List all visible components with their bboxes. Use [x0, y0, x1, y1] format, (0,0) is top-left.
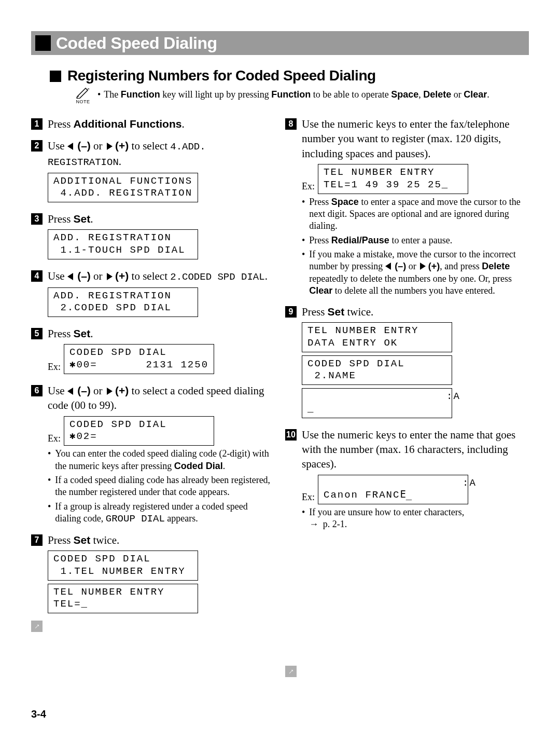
subsection-heading: Registering Numbers for Coded Speed Dial… [50, 67, 529, 84]
step-number: 1 [31, 118, 43, 130]
triangle-right-icon [107, 273, 113, 280]
continue-arrow-icon: → [285, 666, 297, 677]
lcd-display: CODED SPD DIAL 2.NAME [302, 355, 452, 386]
right-column: 8 Use the numeric keys to enter the fax/… [285, 109, 529, 677]
step-2: 2 Use (–) or (+) to select 4.ADD. REGIST… [31, 139, 275, 204]
step-6: 6 Use (–) or (+) to select a coded speed… [31, 383, 275, 526]
example-label: Ex: [302, 180, 315, 192]
triangle-left-icon [67, 273, 73, 280]
square-icon [35, 35, 51, 51]
bullet-list: • If you are unsure how to enter charact… [302, 506, 529, 531]
left-column: 1 Press Additional Functions. 2 Use (–) … [31, 109, 275, 677]
subsection-title: Registering Numbers for Coded Speed Dial… [67, 67, 376, 84]
bullet-list: •Press Space to enter a space and move t… [302, 196, 529, 297]
bullet-list: •You can enter the coded speed dialing c… [48, 448, 275, 526]
step-number: 3 [31, 213, 43, 225]
step-1: 1 Press Additional Functions. [31, 117, 275, 131]
lcd-display: CODED SPD DIAL 1.TEL NUMBER ENTRY [48, 551, 198, 581]
step-10: 10 Use the numeric keys to enter the nam… [285, 428, 529, 531]
step-3: 3 Press Set. ADD. REGISTRATION 1.1-TOUCH… [31, 212, 275, 262]
triangle-left-icon [385, 263, 391, 270]
lcd-display: :A Canon FRANCE̲ [318, 475, 468, 505]
step-8: 8 Use the numeric keys to enter the fax/… [285, 117, 529, 297]
triangle-left-icon [67, 388, 73, 395]
step-number: 10 [285, 429, 297, 441]
note-label: NOTE [76, 99, 90, 104]
note-icon: NOTE [76, 87, 90, 104]
step-number: 7 [31, 534, 43, 546]
two-column-layout: 1 Press Additional Functions. 2 Use (–) … [31, 109, 529, 677]
step-number: 2 [31, 140, 43, 152]
step-number: 6 [31, 385, 43, 396]
page-number: 3-4 [31, 708, 529, 720]
lcd-display: TEL NUMBER ENTRY DATA ENTRY OK [302, 322, 452, 352]
step-number: 4 [31, 270, 43, 282]
step-5: 5 Press Set. Ex: CODED SPD DIAL ✱00= 213… [31, 326, 275, 376]
note-text: • The Function key will light up by pres… [97, 88, 489, 101]
example-label: Ex: [48, 432, 61, 445]
section-title-bar: Coded Speed Dialing [31, 31, 529, 55]
continue-arrow-icon: → [31, 621, 43, 632]
step-4: 4 Use (–) or (+) to select 2.CODED SPD D… [31, 269, 275, 319]
lcd-display: TEL NUMBER ENTRY TEL=1 49 39 25 25_ [318, 164, 468, 194]
example-label: Ex: [48, 361, 61, 373]
triangle-left-icon [67, 143, 73, 150]
example-label: Ex: [302, 491, 315, 503]
square-icon [50, 71, 61, 82]
lcd-display: ADD. REGISTRATION 1.1-TOUCH SPD DIAL [48, 229, 198, 259]
lcd-display: ADD. REGISTRATION 2.CODED SPD DIAL [48, 287, 198, 318]
lcd-display: :A _ [302, 388, 452, 418]
step-number: 5 [31, 328, 43, 339]
note-block: NOTE • The Function key will light up by… [76, 87, 529, 104]
step-number: 9 [285, 306, 297, 318]
lcd-display: ADDITIONAL FUNCTIONS 4.ADD. REGISTRATION [48, 173, 198, 203]
step-number: 8 [285, 118, 297, 130]
manual-page: Coded Speed Dialing Registering Numbers … [0, 0, 560, 729]
triangle-right-icon [107, 143, 113, 150]
lcd-display: CODED SPD DIAL ✱02= [64, 416, 214, 446]
arrow-right-icon: → [309, 518, 318, 530]
triangle-right-icon [107, 388, 113, 395]
step-7: 7 Press Set twice. CODED SPD DIAL 1.TEL … [31, 533, 275, 615]
step-9: 9 Press Set twice. TEL NUMBER ENTRY DATA… [285, 305, 529, 420]
lcd-display: TEL NUMBER ENTRY TEL=_ [48, 584, 198, 614]
triangle-right-icon [420, 263, 426, 270]
lcd-display: CODED SPD DIAL ✱00= 2131 1250 [64, 344, 214, 374]
section-title: Coded Speed Dialing [56, 34, 217, 53]
